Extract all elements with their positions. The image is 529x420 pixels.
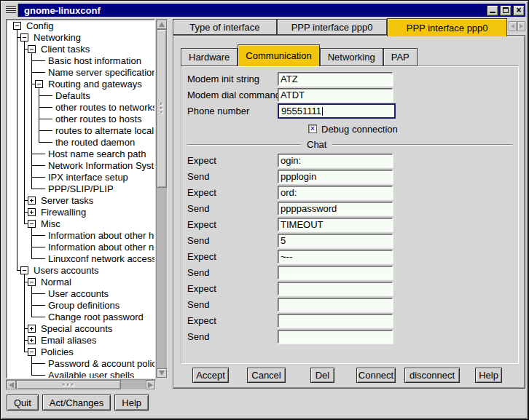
tree-item-label[interactable]: other routes to hosts (55, 114, 142, 125)
help-button[interactable]: Help (114, 395, 149, 411)
maximize-button[interactable] (500, 5, 512, 16)
tree-item[interactable]: IPX interface setup (7, 172, 154, 183)
tree-item[interactable]: other routes to hosts (7, 114, 154, 125)
tree-item-label[interactable]: Change root password (48, 312, 144, 323)
tree-item-label[interactable]: Users accounts (34, 265, 99, 277)
scroll-left-button[interactable] (7, 380, 16, 389)
tree-item[interactable]: Normal (7, 277, 154, 288)
tree-item[interactable]: PPP/SLIP/PLIP (7, 183, 154, 195)
tree-horizontal-scrollbar[interactable] (6, 379, 156, 390)
tree-item-label[interactable]: IPX interface setup (48, 172, 128, 183)
tree-item[interactable]: Network Information System (7, 160, 154, 172)
help-button[interactable]: Help (475, 368, 502, 383)
tree-item-label[interactable]: other routes to networks (55, 102, 155, 114)
sub-tab-pap[interactable]: PAP (383, 48, 418, 66)
minus-box-icon[interactable] (28, 278, 36, 286)
chat-expect-field-7[interactable]: ~-- (278, 250, 393, 264)
tree-item[interactable]: Change root password (7, 312, 154, 323)
minus-box-icon[interactable] (28, 220, 36, 228)
tree-item-label[interactable]: Misc (41, 218, 60, 230)
tree-item[interactable]: the routed daemon (7, 137, 154, 148)
tree-vertical-scrollbar[interactable] (156, 19, 168, 379)
sub-tab-communication[interactable]: Communication (238, 44, 319, 66)
tree-item-label[interactable]: Basic host information (48, 55, 141, 67)
tree-item[interactable]: Special accounts (7, 323, 154, 335)
chat-send-field-12[interactable] (278, 330, 393, 344)
chat-expect-field-11[interactable] (278, 314, 393, 328)
tree-item-label[interactable]: Linuxconf network access (48, 253, 155, 265)
main-tab-3[interactable]: PPP interface ppp0 (387, 18, 507, 36)
modem-init-string-field[interactable]: ATZ (278, 72, 393, 86)
main-tab-2[interactable]: PPP interface ppp0 (277, 19, 388, 35)
tree-item-label[interactable]: Networking (34, 32, 81, 44)
tree-item-label[interactable]: Information about other networks (48, 242, 155, 253)
tree-item-label[interactable]: Email aliases (41, 335, 97, 346)
sub-tab-networking[interactable]: Networking (320, 48, 383, 66)
tree-item-label[interactable]: Server tasks (41, 195, 93, 207)
plus-box-icon[interactable] (28, 197, 36, 205)
tree-item[interactable]: Password & account policies (7, 358, 154, 370)
chat-send-field-2[interactable]: ppplogin (278, 170, 393, 183)
tree-item[interactable]: Name server specification (DNS) (7, 67, 154, 79)
chat-send-field-10[interactable] (278, 298, 393, 312)
quit-button[interactable]: Quit (7, 395, 39, 411)
tree-item-label[interactable]: Group definitions (48, 300, 119, 312)
tree-item-label[interactable]: Information about other hosts (48, 230, 155, 242)
tree-item-label[interactable]: Available user shells (48, 370, 134, 379)
phone-number-field[interactable]: 95551111 (278, 103, 396, 119)
sub-tab-hardware[interactable]: Hardware (181, 48, 238, 66)
chat-expect-field-1[interactable]: ogin: (278, 154, 393, 167)
connect-button[interactable]: Connect (356, 368, 396, 383)
tree-item[interactable]: Client tasks (7, 44, 154, 55)
tree-item[interactable]: Email aliases (7, 335, 154, 346)
tree-item-label[interactable]: Config (26, 20, 54, 32)
tree-item[interactable]: Information about other networks (7, 242, 154, 253)
tree-item[interactable]: Linuxconf network access (7, 253, 154, 265)
tree-item-label[interactable]: Special accounts (41, 323, 112, 335)
tree-item-label[interactable]: Defaults (55, 90, 90, 102)
tree-item[interactable]: other routes to networks (7, 102, 154, 114)
tree-item[interactable]: Host name search path (7, 148, 154, 160)
minus-box-icon[interactable] (20, 266, 28, 274)
tree-item-label[interactable]: Firewalling (41, 207, 86, 218)
tree-item[interactable]: Information about other hosts (7, 230, 154, 242)
chat-send-field-8[interactable] (278, 266, 393, 280)
minus-box-icon[interactable] (13, 22, 21, 30)
tree-item[interactable]: Server tasks (7, 195, 154, 207)
tree-item-label[interactable]: Name server specification (DNS) (48, 67, 155, 79)
tree-item-label[interactable]: Password & account policies (48, 358, 155, 370)
vertical-scrollbar-thumb[interactable] (157, 29, 167, 188)
tree-item[interactable]: Config (7, 20, 154, 32)
tree-item-label[interactable]: User accounts (48, 288, 109, 300)
tab-scroll-left-button[interactable] (509, 21, 517, 31)
tree-view[interactable]: ConfigNetworkingClient tasksBasic host i… (6, 19, 155, 379)
minus-box-icon[interactable] (20, 33, 28, 41)
tree-item-label[interactable]: Client tasks (41, 44, 90, 55)
plus-box-icon[interactable] (28, 325, 36, 333)
cancel-button[interactable]: Cancel (247, 368, 286, 383)
tree-item[interactable]: Users accounts (7, 265, 154, 277)
minus-box-icon[interactable] (28, 348, 36, 356)
scroll-right-button[interactable] (146, 380, 155, 389)
tree-item[interactable]: Routing and gateways (7, 79, 154, 90)
tree-item[interactable]: Firewalling (7, 207, 154, 218)
modem-dial-command-field[interactable]: ATDT (278, 88, 393, 102)
tree-item-label[interactable]: Network Information System (48, 160, 155, 172)
tree-item[interactable]: Defaults (7, 90, 154, 102)
close-button[interactable]: × (513, 5, 525, 16)
plus-box-icon[interactable] (28, 336, 36, 344)
tree-item-label[interactable]: Host name search path (48, 148, 146, 160)
tree-item-label[interactable]: Normal (41, 277, 71, 288)
chat-expect-field-3[interactable]: ord: (278, 186, 393, 199)
tree-item-label[interactable]: Routing and gateways (48, 79, 142, 90)
scroll-up-button[interactable] (157, 20, 167, 29)
tree-item[interactable]: User accounts (7, 288, 154, 300)
tree-item[interactable]: Networking (7, 32, 154, 44)
tree-item-label[interactable]: PPP/SLIP/PLIP (48, 183, 114, 195)
chat-expect-field-9[interactable] (278, 282, 393, 296)
chat-send-field-4[interactable]: ppppassword (278, 202, 393, 215)
act-changes-button[interactable]: Act/Changes (42, 395, 111, 411)
tree-item[interactable]: routes to alternate local nets (7, 125, 154, 137)
chat-send-field-6[interactable]: 5 (278, 234, 393, 247)
accept-button[interactable]: Accept (192, 368, 229, 383)
